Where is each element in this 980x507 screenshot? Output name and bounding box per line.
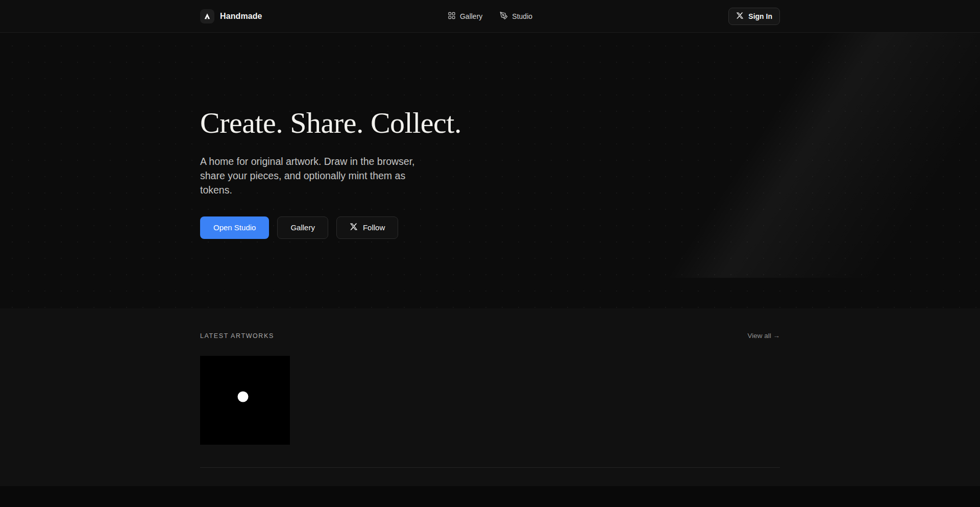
section-header: LATEST ARTWORKS View all → [200, 332, 780, 340]
nav-link-studio[interactable]: Studio [500, 11, 532, 21]
artwork-card[interactable] [200, 356, 290, 445]
grid-icon [448, 11, 456, 21]
nav-link-label: Gallery [460, 12, 482, 20]
brand-home-link[interactable]: Handmade [200, 9, 262, 23]
hero-subtitle: A home for original artwork. Draw in the… [200, 154, 428, 197]
latest-artworks-heading: LATEST ARTWORKS [200, 332, 274, 340]
open-studio-button[interactable]: Open Studio [200, 216, 269, 239]
sign-in-label: Sign In [748, 12, 772, 20]
view-all-link[interactable]: View all → [747, 332, 780, 340]
x-logo-icon [736, 12, 744, 21]
brand-name: Handmade [220, 12, 262, 21]
site-header: Handmade Gallery [0, 0, 980, 33]
follow-button[interactable]: Follow [336, 216, 398, 239]
artwork-grid [200, 356, 780, 445]
hero-title: Create. Share. Collect. [200, 107, 780, 140]
nav-link-label: Studio [512, 12, 532, 20]
hero-section: Create. Share. Collect. A home for origi… [0, 33, 980, 308]
artwork-dot [237, 392, 248, 402]
x-logo-icon [350, 223, 358, 232]
pen-nib-icon [200, 9, 214, 23]
hero-actions: Open Studio Gallery Follow [200, 216, 780, 239]
nav-link-gallery[interactable]: Gallery [448, 11, 482, 21]
section-divider [200, 467, 780, 468]
follow-label: Follow [363, 223, 385, 232]
latest-artworks-section: LATEST ARTWORKS View all → [0, 308, 980, 486]
pen-tool-icon [500, 11, 508, 21]
main-nav: Gallery Studio [448, 11, 532, 21]
sign-in-button[interactable]: Sign In [728, 8, 780, 25]
site-footer [0, 486, 980, 507]
gallery-button[interactable]: Gallery [277, 216, 328, 239]
